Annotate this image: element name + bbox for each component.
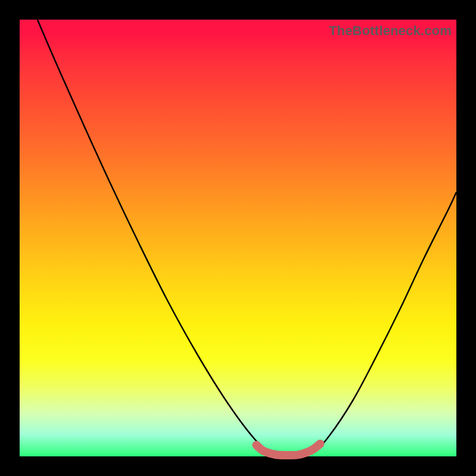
chart-frame: TheBottleneck.com <box>0 0 476 476</box>
bottleneck-curve <box>37 20 456 455</box>
curve-layer <box>20 20 456 456</box>
plot-area: TheBottleneck.com <box>20 20 456 456</box>
bottom-flat-marker <box>256 444 320 455</box>
